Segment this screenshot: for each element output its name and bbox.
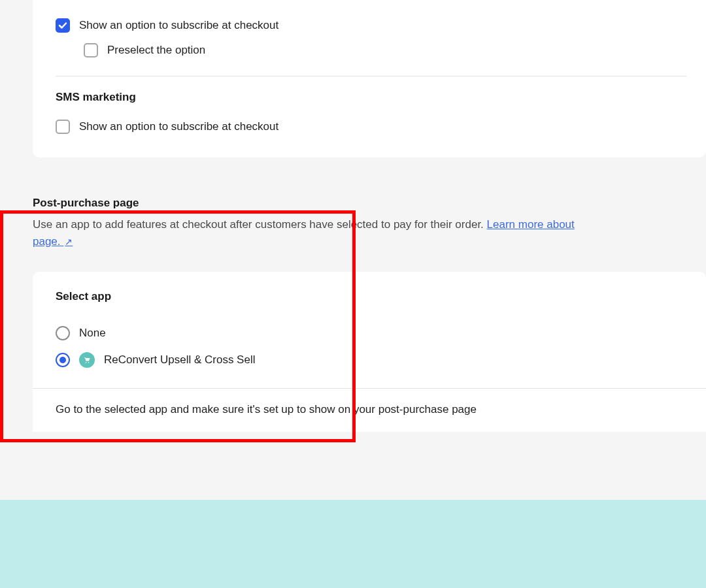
radio-option-none[interactable]: None bbox=[56, 320, 683, 346]
post-purchase-title: Post-purchase page bbox=[33, 197, 706, 210]
sms-subscribe-label: Show an option to subscribe at checkout bbox=[79, 120, 278, 133]
radio-label-reconvert: ReConvert Upsell & Cross Sell bbox=[104, 353, 255, 367]
divider bbox=[33, 388, 706, 389]
sms-marketing-heading: SMS marketing bbox=[56, 91, 686, 104]
checkbox-checked-icon[interactable] bbox=[56, 18, 70, 33]
divider bbox=[56, 76, 686, 76]
learn-more-link[interactable]: Learn more about bbox=[487, 218, 575, 231]
email-subscribe-option[interactable]: Show an option to subscribe at checkout bbox=[56, 13, 686, 38]
cart-icon bbox=[79, 352, 95, 368]
select-app-card: Select app None ReConvert Upsell & Cross… bbox=[33, 272, 706, 432]
radio-selected-icon[interactable] bbox=[56, 353, 70, 367]
post-purchase-description: Use an app to add features at checkout a… bbox=[33, 216, 706, 251]
radio-unselected-icon[interactable] bbox=[56, 326, 70, 340]
checkbox-unchecked-icon[interactable] bbox=[84, 43, 98, 57]
radio-label-none: None bbox=[79, 327, 106, 340]
post-purchase-hint: Go to the selected app and make sure it'… bbox=[56, 403, 683, 416]
marketing-settings-card: Show an option to subscribe at checkout … bbox=[33, 0, 706, 157]
radio-option-reconvert[interactable]: ReConvert Upsell & Cross Sell bbox=[56, 346, 683, 374]
svg-point-0 bbox=[86, 362, 87, 363]
post-purchase-desc-text: Use an app to add features at checkout a… bbox=[33, 218, 487, 231]
email-preselect-option[interactable]: Preselect the option bbox=[56, 38, 686, 63]
sms-subscribe-option[interactable]: Show an option to subscribe at checkout bbox=[56, 114, 686, 139]
select-app-heading: Select app bbox=[56, 290, 683, 303]
learn-more-link-contd[interactable]: page. ↗ bbox=[33, 235, 73, 248]
post-purchase-section: Post-purchase page Use an app to add fea… bbox=[33, 197, 706, 432]
decorative-bottom-band bbox=[0, 500, 706, 588]
external-link-icon: ↗ bbox=[65, 237, 73, 247]
email-preselect-label: Preselect the option bbox=[107, 44, 205, 57]
svg-point-1 bbox=[88, 362, 90, 363]
checkbox-unchecked-icon[interactable] bbox=[56, 120, 70, 134]
email-subscribe-label: Show an option to subscribe at checkout bbox=[79, 19, 278, 32]
